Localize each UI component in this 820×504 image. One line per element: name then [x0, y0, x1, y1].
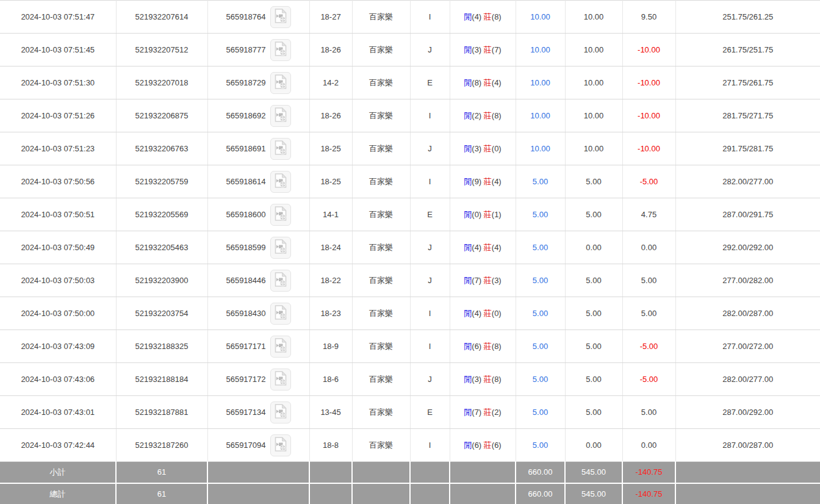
table-round: 18-6 [323, 375, 339, 384]
balance: 287.00/291.75 [722, 210, 773, 219]
balance-cell: 292.00/292.00 [675, 231, 820, 264]
player-label: 閒 [464, 243, 472, 252]
balance: 277.00/272.00 [722, 342, 773, 351]
table-round: 18-25 [320, 177, 340, 186]
bet-amount: 5.00 [533, 342, 548, 351]
bet-id: 521932207512 [135, 45, 189, 54]
bet-id: 521932205759 [135, 177, 189, 186]
table-round: 14-2 [323, 78, 339, 87]
game-type: 百家樂 [369, 441, 393, 450]
video-replay-icon [274, 8, 287, 26]
table-round: 14-1 [323, 210, 339, 219]
game-type-cell: 百家樂 [352, 34, 410, 67]
seat-cell: E [410, 67, 450, 99]
balance: 291.75/281.75 [722, 144, 773, 153]
result-cell: 閒(9) 莊(4) [450, 165, 516, 198]
bet-time: 2024-10-03 07:50:00 [21, 309, 95, 318]
bet-id: 521932188325 [135, 342, 189, 351]
video-replay-button[interactable] [270, 138, 291, 160]
banker-score: (8) [492, 12, 502, 21]
valid-bet: 10.00 [584, 12, 604, 21]
player-label: 閒 [464, 111, 472, 120]
player-label: 閒 [464, 45, 472, 54]
bet-id-cell: 521932203900 [116, 264, 207, 297]
video-replay-button[interactable] [270, 237, 291, 259]
game-id-cell: 565917094 [207, 429, 309, 462]
video-replay-button[interactable] [270, 72, 291, 94]
table-row: 2024-10-03 07:43:01 521932187881 5659171… [0, 396, 820, 429]
video-replay-button[interactable] [270, 204, 291, 226]
valid-bet-cell: 5.00 [565, 396, 622, 429]
table-round-cell: 13-45 [309, 396, 352, 429]
total-bet-cell: 660.00 [516, 483, 565, 504]
table-footer: 小計 61 660.00 545.00 -140.75 總計 61 660.00… [0, 462, 820, 504]
bet-id: 521932206875 [135, 111, 189, 120]
seat-letter: E [427, 78, 433, 87]
bet-time-cell: 2024-10-03 07:50:49 [0, 231, 116, 264]
banker-score: (8) [492, 375, 502, 384]
video-replay-button[interactable] [270, 6, 291, 28]
game-type: 百家樂 [369, 408, 393, 417]
game-id-cell: 565918691 [207, 132, 309, 165]
video-replay-button[interactable] [270, 401, 291, 423]
game-type-cell: 百家樂 [352, 99, 410, 132]
video-replay-button[interactable] [270, 171, 291, 193]
table-row: 2024-10-03 07:42:44 521932187260 5659170… [0, 429, 820, 462]
table-round: 18-25 [320, 144, 340, 153]
video-replay-button[interactable] [270, 270, 291, 292]
table-round-cell: 14-2 [309, 67, 352, 99]
game-type: 百家樂 [369, 210, 393, 219]
balance: 282.00/277.00 [722, 177, 773, 186]
bet-id-cell: 521932206763 [116, 132, 207, 165]
game-type-cell: 百家樂 [352, 165, 410, 198]
bet-id-cell: 521932207018 [116, 67, 207, 99]
player-label: 閒 [464, 375, 472, 384]
video-replay-button[interactable] [270, 105, 291, 127]
valid-bet: 10.00 [584, 111, 604, 120]
player-score: (3) [472, 144, 481, 153]
total-valid-cell: 545.00 [565, 483, 622, 504]
result-cell: 閒(3) 莊(8) [450, 363, 516, 396]
table-row: 2024-10-03 07:50:56 521932205759 5659186… [0, 165, 820, 198]
valid-bet: 5.00 [586, 342, 601, 351]
game-type: 百家樂 [369, 342, 393, 351]
seat-letter: E [427, 210, 433, 219]
balance: 282.00/277.00 [722, 375, 773, 384]
bet-time-cell: 2024-10-03 07:50:00 [0, 297, 116, 330]
table-round-cell: 18-6 [309, 363, 352, 396]
video-replay-button[interactable] [270, 434, 291, 456]
winloss-cell: 9.50 [622, 1, 675, 34]
valid-bet-cell: 5.00 [565, 297, 622, 330]
game-id: 565917172 [226, 375, 265, 384]
winloss: 0.00 [641, 441, 656, 450]
balance: 287.00/292.00 [722, 408, 773, 417]
table-round: 18-24 [320, 243, 340, 252]
video-replay-icon [274, 272, 287, 289]
bet-id: 521932203900 [135, 276, 189, 285]
player-label: 閒 [464, 309, 472, 318]
bet-time-cell: 2024-10-03 07:51:30 [0, 67, 116, 99]
bet-amount-cell: 10.00 [516, 99, 565, 132]
bet-amount: 10.00 [530, 78, 550, 87]
game-type-cell: 百家樂 [352, 132, 410, 165]
video-replay-icon [274, 140, 287, 157]
game-id-cell: 565918614 [207, 165, 309, 198]
bet-id-cell: 521932203754 [116, 297, 207, 330]
player-score: (8) [472, 78, 481, 87]
seat-letter: I [429, 342, 431, 351]
bet-amount-cell: 5.00 [516, 396, 565, 429]
valid-bet: 5.00 [586, 177, 601, 186]
valid-bet-cell: 10.00 [565, 34, 622, 67]
subtotal-valid-cell: 545.00 [565, 462, 622, 483]
video-replay-icon [274, 436, 287, 454]
banker-label: 莊 [484, 12, 492, 21]
table-round: 18-22 [320, 276, 340, 285]
video-replay-button[interactable] [270, 303, 291, 325]
table-round-cell: 18-22 [309, 264, 352, 297]
video-replay-button[interactable] [270, 39, 291, 61]
balance-cell: 277.00/282.00 [675, 264, 820, 297]
video-replay-button[interactable] [270, 336, 291, 358]
video-replay-button[interactable] [270, 369, 291, 391]
bet-amount: 5.00 [533, 210, 548, 219]
seat-letter: I [429, 177, 431, 186]
